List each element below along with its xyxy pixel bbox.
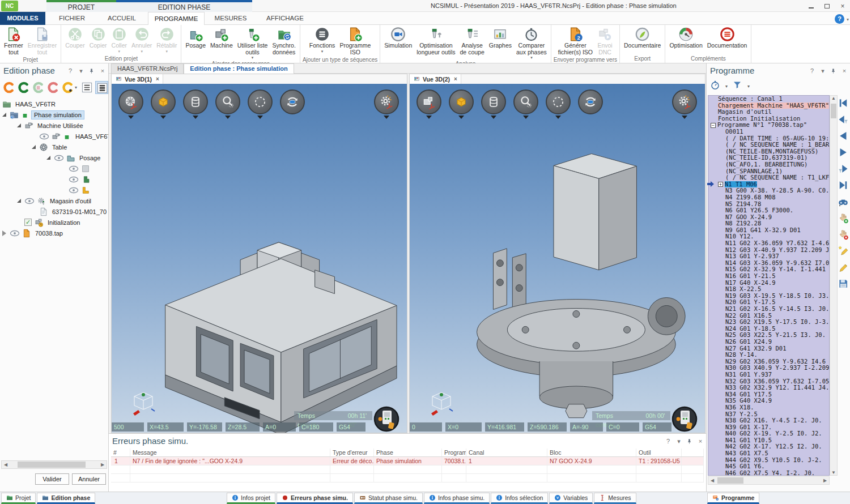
- copier-button[interactable]: Copier: [88, 26, 109, 50]
- tree-row[interactable]: HAAS_VF6TR: [0, 131, 108, 142]
- restore-icon[interactable]: [823, 2, 831, 10]
- tree-item-label[interactable]: HAAS_VF6TR: [13, 100, 58, 108]
- tab-projet[interactable]: Projet: [1, 493, 36, 504]
- panel-help-icon[interactable]: ?: [809, 67, 815, 74]
- view-tab[interactable]: Vue 3D(2)×: [410, 74, 461, 84]
- binoculars-icon[interactable]: [838, 196, 849, 207]
- checkbox-icon[interactable]: ✓: [24, 219, 32, 226]
- scroll-left-icon[interactable]: ◀: [708, 477, 716, 484]
- doc-tab-haas-vf6tr-ncsprj[interactable]: HAAS_VF6TR.NcsPrj: [111, 63, 184, 74]
- cube-button[interactable]: [449, 89, 474, 114]
- cnc-controller-icon[interactable]: [373, 405, 400, 433]
- tree-row[interactable]: Table: [0, 142, 108, 152]
- dropdown-arrow-icon[interactable]: [257, 116, 263, 119]
- expand-box-icon[interactable]: +: [718, 182, 723, 187]
- fonctions-button[interactable]: Fonctions▾: [308, 26, 337, 54]
- tab-infos-projet[interactable]: Infos projet: [227, 493, 275, 504]
- dropdown-arrow-icon[interactable]: ▾: [166, 49, 168, 53]
- help-dropdown-icon[interactable]: ▾: [847, 17, 849, 22]
- phase-orange-icon[interactable]: [2, 81, 15, 94]
- program-line[interactable]: N46 G02 X7.5 Y4. I-2. J0.: [708, 470, 829, 476]
- dropdown-arrow-icon[interactable]: ▾: [321, 49, 324, 53]
- program-line[interactable]: N28 Y-14.: [708, 352, 829, 358]
- tab-statut-phase-simu[interactable]: Statut phase simu.: [354, 493, 423, 504]
- graphes-button[interactable]: Graphes: [487, 26, 513, 50]
- program-line[interactable]: O0011: [708, 129, 829, 135]
- documentation-button[interactable]: Documentation: [706, 26, 749, 50]
- program-line[interactable]: N38 G02 X16. Y-4.5 I-2. J0.: [708, 417, 829, 424]
- validate-button[interactable]: Valider: [35, 473, 69, 485]
- fermer-tout-button[interactable]: Fermertout: [2, 26, 25, 56]
- program-line[interactable]: N36 X18.: [708, 404, 829, 411]
- collapse-icon[interactable]: [17, 123, 21, 127]
- dropdown-arrow-icon[interactable]: ▾: [118, 49, 121, 53]
- dropdown-arrow-icon[interactable]: ▾: [141, 49, 143, 53]
- tab-infos-phase-simu[interactable]: Infos phase simu.: [424, 493, 490, 504]
- phase-yellow-icon[interactable]: [61, 81, 74, 94]
- tree-row[interactable]: [0, 185, 108, 195]
- floppy-icon[interactable]: [838, 278, 849, 289]
- visibility-eye-icon[interactable]: [54, 155, 64, 161]
- tree-row[interactable]: HAAS_VF6TR: [0, 99, 108, 109]
- program-line[interactable]: N16 G01 Y-21.5: [708, 273, 829, 280]
- program-listing[interactable]: Séquence : Canal 1Chargement Machine "HA…: [708, 95, 830, 476]
- hand-remove-icon[interactable]: [838, 229, 849, 240]
- list-plain-icon[interactable]: [80, 81, 94, 94]
- column-header[interactable]: Phase: [374, 449, 442, 456]
- tree-item-label[interactable]: Magasin d'outil: [48, 197, 94, 205]
- dropdown-arrow-icon[interactable]: [491, 116, 496, 119]
- couper-button[interactable]: Couper: [63, 26, 86, 50]
- tree-row[interactable]: [0, 163, 108, 174]
- scrollbar-thumb[interactable]: [18, 462, 86, 468]
- dropdown-arrow-icon[interactable]: ▾: [530, 55, 533, 59]
- dropdown-arrow-icon[interactable]: ▾: [725, 84, 728, 89]
- optimisation-longueur-outils-button[interactable]: Optimisationlongueur outils: [415, 26, 457, 56]
- close-icon[interactable]: ×: [156, 76, 159, 82]
- tree-row[interactable]: Posage: [0, 152, 108, 163]
- play-fwd-icon[interactable]: [838, 147, 849, 158]
- cnc-controller-icon[interactable]: [671, 405, 698, 433]
- program-line[interactable]: N6 G01 Y26.5 F3000.: [708, 207, 829, 214]
- synchro-donn-es-button[interactable]: Synchro.données: [270, 26, 297, 56]
- tree-item-label[interactable]: HAAS_VF6TR: [73, 133, 108, 140]
- column-header[interactable]: Type d'erreur: [330, 449, 374, 456]
- cylinder-button[interactable]: [481, 89, 506, 114]
- scrollbar-thumb[interactable]: [831, 104, 836, 118]
- machine-button[interactable]: Machine: [209, 26, 235, 50]
- panel-help-icon[interactable]: ?: [665, 438, 672, 445]
- dropdown-arrow-icon[interactable]: [225, 116, 231, 119]
- tree-row[interactable]: SPhase simulation: [0, 109, 108, 120]
- magnifier-button[interactable]: [513, 89, 538, 114]
- envoi-dnc-button[interactable]: EnvoiDNC: [596, 26, 614, 56]
- phase-green-icon[interactable]: [17, 81, 30, 94]
- view-tab[interactable]: Vue 3D(1)×: [112, 74, 163, 84]
- close-icon[interactable]: ×: [839, 2, 847, 10]
- tree-row[interactable]: 70038.tap: [0, 228, 108, 238]
- panel-close-icon[interactable]: ×: [697, 438, 704, 445]
- program-line[interactable]: N11 G02 X-36.059 Y7.632 I-4.6 J0: [708, 240, 829, 247]
- dropdown-arrow-icon[interactable]: [193, 116, 198, 119]
- step-fwd-icon[interactable]: [838, 163, 849, 174]
- panel-menu-icon[interactable]: ▾: [819, 67, 826, 75]
- collapse-box-icon[interactable]: −: [711, 123, 716, 128]
- skip-start-icon[interactable]: [838, 97, 849, 109]
- visibility-eye-icon[interactable]: [69, 187, 79, 194]
- program-line[interactable]: N31 G01 Y.937: [708, 371, 829, 378]
- simulation-button[interactable]: Simulation: [382, 26, 414, 50]
- visibility-eye-icon[interactable]: [39, 133, 49, 140]
- dropdown-arrow-icon[interactable]: [458, 116, 464, 119]
- gear-axes-button[interactable]: [374, 89, 399, 114]
- column-header[interactable]: Program...: [442, 449, 466, 456]
- collapse-icon[interactable]: [32, 145, 36, 149]
- program-line[interactable]: N26 G01 X24.9: [708, 339, 829, 345]
- tab-fichier[interactable]: FICHIER: [48, 12, 96, 25]
- program-line[interactable]: N21 G02 X-16.5 Y-14.5 I3. J0.: [708, 306, 829, 313]
- tab-programme[interactable]: PROGRAMME: [148, 12, 205, 25]
- dropdown-arrow-icon[interactable]: [426, 116, 432, 119]
- panel-pin-icon[interactable]: [686, 438, 693, 445]
- program-line[interactable]: (NC_AFO,1. BEARBEITUNG): [708, 161, 829, 168]
- ribbon-context-projet[interactable]: PROJET: [46, 0, 116, 12]
- optimisation-button[interactable]: Optimisation: [668, 26, 704, 50]
- scroll-left-icon[interactable]: ◀: [2, 461, 10, 468]
- panel-close-icon[interactable]: ×: [841, 67, 848, 74]
